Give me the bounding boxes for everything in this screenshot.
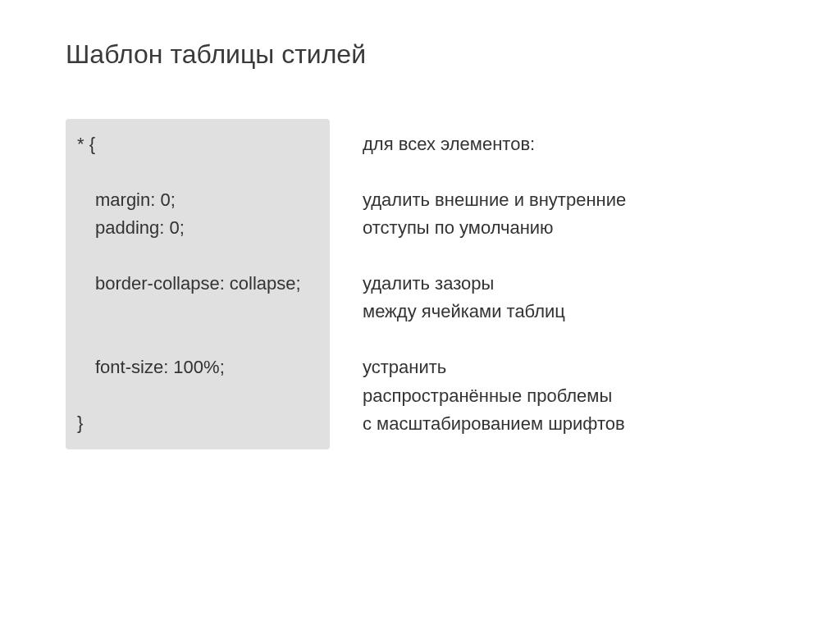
explanations: для всех элементов: удалить внешние и вн… (363, 119, 626, 449)
explain-font-1: устранить (363, 353, 626, 381)
explain-remove-margins-1: удалить внешние и внутренние (363, 186, 626, 214)
explain-font-3: с масштабированием шрифтов (363, 410, 626, 438)
explain-gaps-2: между ячейками таблиц (363, 298, 626, 326)
code-line-border-collapse: border-collapse: collapse; (77, 270, 315, 298)
content-row: * { margin: 0; padding: 0; border-collap… (66, 119, 774, 449)
slide-title: Шаблон таблицы стилей (66, 39, 774, 70)
code-line-font-size: font-size: 100%; (77, 353, 315, 381)
explain-all-elements: для всех элементов: (363, 130, 626, 158)
explain-remove-margins-2: отступы по умолчанию (363, 214, 626, 242)
code-block: * { margin: 0; padding: 0; border-collap… (66, 119, 330, 449)
code-line-close: } (77, 409, 315, 437)
code-line-margin: margin: 0; (77, 186, 315, 214)
explain-font-2: распространённые проблемы (363, 382, 626, 410)
explain-gaps-1: удалить зазоры (363, 270, 626, 298)
code-line-open: * { (77, 130, 315, 158)
code-line-padding: padding: 0; (77, 214, 315, 242)
